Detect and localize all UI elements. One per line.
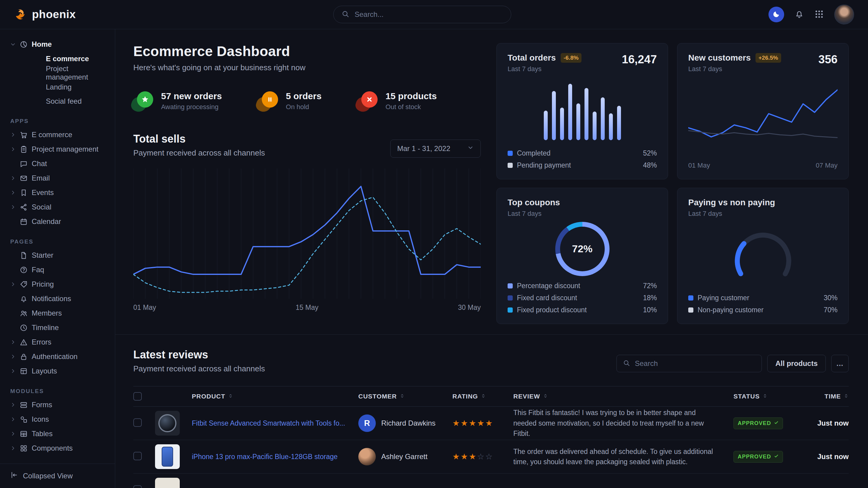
sidebar-item-faq[interactable]: Faq bbox=[10, 263, 109, 277]
sidebar-item-e-commerce[interactable]: E commerce bbox=[10, 128, 109, 142]
chevron-right-icon bbox=[10, 402, 16, 408]
sidebar-item-forms[interactable]: Forms bbox=[10, 398, 109, 412]
sidebar-item-tables[interactable]: Tables bbox=[10, 426, 109, 441]
sidebar-item-components[interactable]: Components bbox=[10, 441, 109, 455]
user-avatar[interactable] bbox=[834, 4, 854, 24]
chevron-down-icon bbox=[467, 144, 474, 153]
sidebar-item-label: Tables bbox=[32, 429, 53, 438]
product-link[interactable]: Fitbit Sense Advanced Smartwatch with To… bbox=[192, 419, 355, 427]
sidebar-item-label: Email bbox=[32, 174, 50, 182]
chevron-down-icon bbox=[10, 42, 16, 47]
table-row: Fitbit Sense Advanced Smartwatch with To… bbox=[133, 406, 849, 440]
sidebar-item-project-management[interactable]: Project management bbox=[10, 142, 109, 157]
order-bar bbox=[544, 110, 548, 140]
sidebar-item-label: Pricing bbox=[32, 280, 54, 289]
card-paying-vs-non-paying: Paying vs non paying Last 7 days Paying … bbox=[677, 188, 849, 324]
column-header-rating[interactable]: RATING bbox=[453, 393, 510, 400]
orders-bar-chart bbox=[507, 73, 657, 149]
column-header-time[interactable]: TIME bbox=[803, 393, 849, 400]
collapsed-view-label: Collapsed View bbox=[23, 472, 73, 480]
question-icon bbox=[20, 266, 28, 274]
coupons-donut-chart: 72% bbox=[555, 222, 610, 276]
date-range-select[interactable]: Mar 1 - 31, 2022 bbox=[390, 139, 481, 158]
global-search[interactable] bbox=[333, 6, 511, 23]
table-icon bbox=[20, 430, 28, 438]
sidebar-subitem-landing[interactable]: Landing bbox=[46, 80, 109, 94]
paying-gauge-chart bbox=[688, 218, 838, 294]
sidebar-item-home[interactable]: Home bbox=[10, 37, 109, 52]
sidebar-item-events[interactable]: Events bbox=[10, 185, 109, 200]
phoenix-logo[interactable]: phoenix bbox=[14, 7, 76, 22]
sidebar-subitem-project-management[interactable]: Project management bbox=[46, 66, 109, 80]
reviews-search-input[interactable] bbox=[634, 359, 755, 368]
product-link[interactable]: iPhone 13 pro max-Pacific Blue-128GB sto… bbox=[192, 453, 355, 461]
sidebar-item-label: Notifications bbox=[32, 294, 71, 303]
global-search-input[interactable] bbox=[354, 10, 503, 19]
reviews-search[interactable] bbox=[617, 355, 762, 372]
x-axis-labels: 01 May 15 May 30 May bbox=[133, 303, 481, 312]
legend-item: Fixed card discount 18% bbox=[507, 294, 657, 302]
column-header-review[interactable]: REVIEW bbox=[513, 393, 730, 400]
customer-avatar: R bbox=[358, 415, 376, 432]
status-text: APPROVED bbox=[738, 420, 771, 426]
trend-badge: +26.5% bbox=[755, 53, 781, 63]
users-icon bbox=[20, 309, 28, 317]
order-bar bbox=[552, 91, 556, 140]
sidebar-item-calendar[interactable]: Calendar bbox=[10, 214, 109, 229]
donut-center-label: 72% bbox=[555, 222, 610, 276]
sidebar-item-pricing[interactable]: Pricing bbox=[10, 277, 109, 291]
sidebar-item-label: Forms bbox=[32, 400, 52, 409]
row-checkbox[interactable] bbox=[133, 418, 142, 427]
column-header-status[interactable]: STATUS bbox=[734, 393, 800, 400]
date-range-value: Mar 1 - 31, 2022 bbox=[397, 144, 450, 153]
theme-toggle-button[interactable] bbox=[769, 7, 784, 22]
stat-new-orders: 57 new orders Awating processing bbox=[133, 91, 222, 111]
review-text: This Fitbit is fantastic! I was trying t… bbox=[513, 408, 730, 439]
select-all-checkbox[interactable] bbox=[133, 392, 142, 400]
sidebar-item-chat[interactable]: Chat bbox=[10, 157, 109, 171]
more-options-button[interactable]: ... bbox=[831, 355, 849, 372]
row-checkbox[interactable] bbox=[133, 452, 142, 460]
sidebar-subitem-social-feed[interactable]: Social feed bbox=[46, 94, 109, 108]
sidebar-subitem-e-commerce[interactable]: E commerce bbox=[46, 52, 109, 66]
legend-item: Pending payment 48% bbox=[507, 161, 657, 169]
apps-grid-button[interactable] bbox=[814, 9, 824, 20]
stat-out-of-stock: 15 products Out of stock bbox=[358, 91, 437, 111]
column-header-product[interactable]: PRODUCT bbox=[192, 393, 355, 400]
check-icon bbox=[774, 454, 779, 460]
legend-swatch bbox=[507, 151, 513, 156]
sidebar-collapse-toggle[interactable]: Collapsed View bbox=[0, 464, 115, 488]
sidebar-item-errors[interactable]: Errors bbox=[10, 335, 109, 349]
sidebar-item-social[interactable]: Social bbox=[10, 200, 109, 214]
chevron-right-icon bbox=[10, 204, 16, 210]
order-bar bbox=[609, 113, 613, 140]
stat-value: 5 orders bbox=[286, 91, 321, 101]
card-top-coupons: Top coupons Last 7 days 72% Percentage d… bbox=[496, 188, 668, 324]
legend-item: Completed 52% bbox=[507, 149, 657, 157]
sidebar-item-members[interactable]: Members bbox=[10, 306, 109, 320]
sidebar-item-notifications[interactable]: Notifications bbox=[10, 291, 109, 306]
bell-icon bbox=[20, 295, 28, 303]
sidebar-item-timeline[interactable]: Timeline bbox=[10, 320, 109, 335]
legend-swatch bbox=[507, 295, 513, 300]
clipboard-icon bbox=[20, 145, 28, 154]
sidebar-item-email[interactable]: Email bbox=[10, 171, 109, 185]
chevron-right-icon bbox=[10, 190, 16, 195]
row-checkbox[interactable] bbox=[133, 485, 142, 488]
sort-icon bbox=[843, 393, 849, 400]
lock-icon bbox=[20, 353, 28, 361]
sidebar-item-starter[interactable]: Starter bbox=[10, 248, 109, 263]
brand-name: phoenix bbox=[32, 8, 76, 21]
all-products-filter-button[interactable]: All products bbox=[767, 355, 826, 372]
notifications-button[interactable] bbox=[795, 9, 804, 20]
sidebar-item-authentication[interactable]: Authentication bbox=[10, 349, 109, 364]
search-icon bbox=[341, 10, 349, 19]
home-submenu: E commerceProject managementLandingSocia… bbox=[10, 52, 109, 108]
sidebar-item-label: Authentication bbox=[32, 352, 78, 361]
sidebar-item-icons[interactable]: Icons bbox=[10, 412, 109, 426]
layout-icon bbox=[20, 367, 28, 375]
column-header-customer[interactable]: CUSTOMER bbox=[358, 393, 449, 400]
order-bar bbox=[601, 97, 605, 140]
sidebar-item-layouts[interactable]: Layouts bbox=[10, 364, 109, 378]
file-icon bbox=[20, 251, 28, 260]
